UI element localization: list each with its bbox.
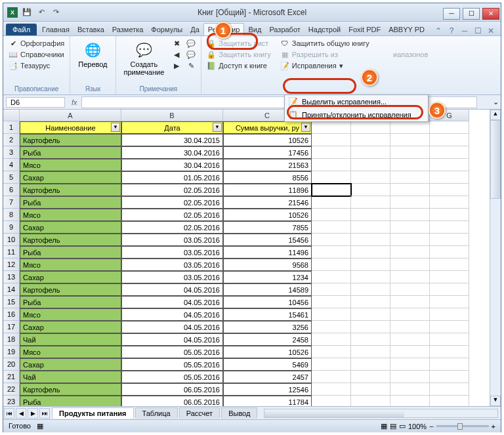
maximize-button[interactable]: ☐ (463, 8, 480, 20)
tab-formulas[interactable]: Формулы (147, 24, 186, 35)
cell[interactable]: 7855 (223, 221, 312, 234)
view-normal-icon[interactable]: ▦ (381, 422, 387, 430)
cell[interactable]: 17456 (223, 146, 312, 159)
cell[interactable]: 04.05.2016 (121, 321, 223, 333)
last-sheet-icon[interactable]: ⏭ (39, 408, 50, 419)
cell[interactable] (312, 209, 351, 221)
qat-redo-icon[interactable]: ↷ (51, 7, 61, 18)
row-header[interactable]: 21 (3, 371, 20, 383)
cell[interactable] (390, 234, 430, 246)
cell[interactable]: 10526 (223, 346, 312, 358)
cell[interactable] (390, 184, 430, 196)
tab-developer[interactable]: Разработ (265, 24, 304, 35)
cell[interactable] (390, 159, 430, 171)
cell[interactable] (430, 146, 469, 159)
cell[interactable] (351, 259, 390, 271)
cell[interactable]: 10526 (223, 134, 312, 146)
cell[interactable]: 14589 (223, 283, 312, 296)
filter-button[interactable]: ▼ (301, 123, 310, 132)
row-header[interactable]: 7 (3, 196, 20, 209)
cell[interactable] (390, 296, 430, 308)
row-header[interactable]: 6 (3, 184, 20, 196)
cell[interactable] (430, 234, 469, 246)
sheet-tab[interactable]: Таблица (135, 407, 178, 419)
cell[interactable]: 03.05.2016 (121, 234, 223, 246)
cell[interactable] (390, 171, 430, 184)
cell[interactable] (390, 396, 430, 406)
cell[interactable] (312, 134, 351, 146)
cell[interactable]: 04.05.2016 (121, 296, 223, 308)
cell[interactable] (430, 308, 469, 321)
cell[interactable]: 11784 (223, 396, 312, 406)
cell[interactable] (351, 171, 390, 184)
cell[interactable] (351, 234, 390, 246)
row-header[interactable]: 10 (3, 234, 20, 246)
cell[interactable] (430, 246, 469, 259)
cell[interactable] (312, 333, 351, 346)
cell[interactable] (312, 358, 351, 371)
cell[interactable] (351, 271, 390, 283)
cell[interactable] (312, 234, 351, 246)
cell[interactable] (312, 221, 351, 234)
cell[interactable] (390, 308, 430, 321)
row-header[interactable]: 15 (3, 296, 20, 308)
cell[interactable]: Рыба (20, 246, 121, 259)
scroll-down-icon[interactable]: ▼ (490, 396, 501, 406)
cell[interactable] (390, 221, 430, 234)
cell[interactable] (351, 296, 390, 308)
fx-icon[interactable]: fx (68, 98, 81, 106)
cell[interactable] (390, 259, 430, 271)
cell[interactable]: 2457 (223, 371, 312, 383)
cell[interactable] (390, 321, 430, 333)
cell[interactable]: 02.05.2016 (121, 184, 223, 196)
cell[interactable]: 9568 (223, 259, 312, 271)
row-header[interactable]: 22 (3, 383, 20, 396)
cell[interactable] (430, 196, 469, 209)
cell[interactable]: 04.05.2016 (121, 308, 223, 321)
row-header[interactable]: 9 (3, 221, 20, 234)
cell[interactable] (351, 159, 390, 171)
cell[interactable] (312, 371, 351, 383)
cell[interactable] (430, 184, 469, 196)
cell[interactable]: Сахар (20, 321, 121, 333)
cell[interactable]: Мясо (20, 209, 121, 221)
cell[interactable]: 10526 (223, 209, 312, 221)
cell[interactable]: 04.05.2016 (121, 333, 223, 346)
cell[interactable] (430, 371, 469, 383)
cell[interactable] (430, 333, 469, 346)
cell[interactable] (351, 308, 390, 321)
tab-addins[interactable]: Надстрой (304, 24, 345, 35)
first-sheet-icon[interactable]: ⏮ (4, 408, 14, 419)
cell[interactable] (390, 209, 430, 221)
cell[interactable]: 03.05.2016 (121, 259, 223, 271)
cell[interactable] (430, 271, 469, 283)
cell[interactable] (351, 333, 390, 346)
cell[interactable] (430, 346, 469, 358)
cell[interactable] (390, 271, 430, 283)
tab-view[interactable]: Вид (244, 24, 265, 35)
cell[interactable]: 21546 (223, 196, 312, 209)
doc-minimize-icon[interactable]: ─ (460, 26, 469, 35)
sheet-tab[interactable]: Вывод (221, 407, 257, 419)
row-header[interactable]: 20 (3, 358, 20, 371)
scroll-thumb[interactable] (264, 409, 404, 417)
row-header[interactable]: 8 (3, 209, 20, 221)
qat-undo-icon[interactable]: ↶ (36, 7, 47, 18)
table-header-name[interactable]: Наименование▼ (20, 121, 121, 134)
file-tab[interactable]: Файл (6, 24, 37, 35)
cell[interactable] (430, 121, 469, 134)
cell[interactable]: 12546 (223, 383, 312, 396)
cell[interactable]: 05.05.2016 (121, 358, 223, 371)
cell[interactable] (351, 396, 390, 406)
cell[interactable] (351, 209, 390, 221)
cell[interactable] (312, 184, 351, 196)
cell[interactable] (351, 184, 390, 196)
cell[interactable] (312, 283, 351, 296)
cell[interactable] (351, 358, 390, 371)
cell[interactable] (312, 346, 351, 358)
filter-button[interactable]: ▼ (111, 123, 120, 132)
cell[interactable]: Рыба (20, 396, 121, 406)
col-header-b[interactable]: B (121, 110, 223, 121)
menu-highlight-changes[interactable]: 📝 Выделить исправления... (285, 95, 428, 108)
name-box[interactable]: D6 (6, 97, 65, 108)
